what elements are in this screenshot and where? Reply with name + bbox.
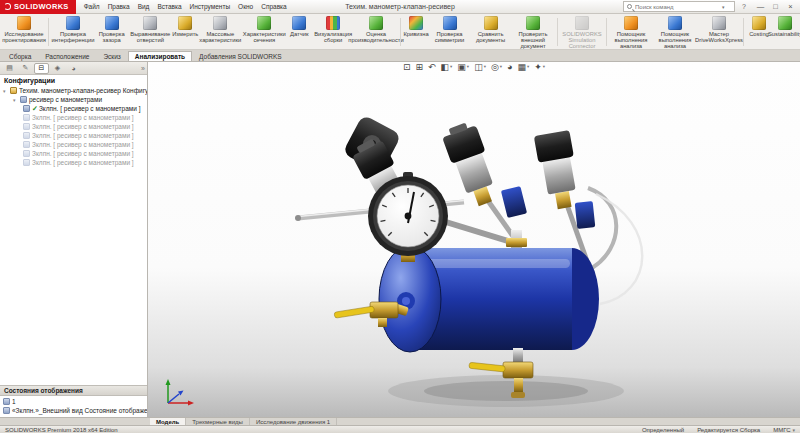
config-tree-root[interactable]: ▾ Техим. манометр-клапан-ресивер Конфигу… xyxy=(0,86,147,95)
ribbon-button-design-study[interactable]: Исследование проектирования xyxy=(2,15,46,49)
ribbon-separator xyxy=(743,18,744,46)
view-orientation-icon[interactable]: ▣▾ xyxy=(457,63,469,72)
tab-solidworks-addins[interactable]: Добавления SOLIDWORKS xyxy=(192,51,289,61)
featuremanager-tab[interactable]: ▤ xyxy=(2,63,17,74)
orientation-triad xyxy=(160,375,196,411)
menu-help[interactable]: Справка xyxy=(261,3,287,10)
tab-evaluate[interactable]: Анализировать xyxy=(128,51,192,61)
ribbon-button-interference-check[interactable]: Проверка интерференции xyxy=(51,15,95,49)
graphics-viewport[interactable]: ⊡ ⊞ ↶ ◧▾ ▣▾ ◫▾ ◎▾ ◕ ▦▾ ✦▾ xyxy=(148,62,800,417)
clearance-verification-icon xyxy=(105,16,119,30)
config-tree-item[interactable]: Зклпн. [ ресивер с манометрами ] xyxy=(0,122,147,131)
units-selector[interactable]: ММГС ▾ xyxy=(773,427,795,433)
dimxpertmanager-tab[interactable]: ◈ xyxy=(50,63,65,74)
configuration-icon xyxy=(23,141,30,148)
propertymanager-tab[interactable]: ✎ xyxy=(18,63,33,74)
ribbon-button-floxpress-wizard[interactable]: Помощник выполнения анализа FloXpress xyxy=(653,15,697,49)
ribbon-button-check-external-document[interactable]: Проверить внешний документ xyxy=(511,15,555,49)
help-button[interactable]: ? xyxy=(739,3,749,10)
solidworks-logo[interactable]: SOLIDWORKS xyxy=(0,0,76,14)
config-tree-group[interactable]: ▾ ресивер с манометрами xyxy=(0,95,147,104)
view-settings-icon[interactable]: ✦▾ xyxy=(534,63,545,72)
maximize-button[interactable]: □ xyxy=(768,0,783,13)
configuration-icon xyxy=(23,150,30,157)
interference-check-icon xyxy=(66,16,80,30)
ribbon-button-hole-alignment[interactable]: Выравнивание отверстий xyxy=(128,15,172,49)
solidworks-window: SOLIDWORKS Файл Правка Вид Вставка Инстр… xyxy=(0,0,800,433)
model-3d-view[interactable] xyxy=(148,62,800,417)
menu-edit[interactable]: Правка xyxy=(108,3,130,10)
ribbon-button-curvature[interactable]: Кривизна xyxy=(403,15,429,49)
ribbon-button-sensor[interactable]: Датчик xyxy=(286,15,312,49)
menu-view[interactable]: Вид xyxy=(138,3,150,10)
previous-view-icon[interactable]: ↶ xyxy=(428,63,436,72)
driveworksxpress-wizard-icon xyxy=(712,16,726,30)
menu-file[interactable]: Файл xyxy=(84,3,100,10)
document-tabs-bar: Модель Трехмерные виды Исследование движ… xyxy=(0,417,800,425)
section-view-icon[interactable]: ◧▾ xyxy=(441,63,453,72)
tab-assembly[interactable]: Сборка xyxy=(2,51,38,61)
config-tree-item[interactable]: Зклпн. [ ресивер с манометрами ] xyxy=(0,149,147,158)
configuration-icon xyxy=(20,96,27,103)
config-tree-item[interactable]: Зклпн. [ ресивер с манометрами ] xyxy=(0,140,147,149)
tab-motion-study-1[interactable]: Исследование движения 1 xyxy=(250,418,337,425)
panel-flyout-chevron-icon[interactable]: » xyxy=(141,65,145,72)
menu-tools[interactable]: Инструменты xyxy=(190,3,231,10)
assembly-visualization-icon xyxy=(326,16,340,30)
displaymanager-tab[interactable]: ◕ xyxy=(66,63,81,74)
ribbon-button-simulationxpress-wizard[interactable]: Помощник выполнения анализа SimulationXp… xyxy=(609,15,653,49)
ribbon-button-clearance-verification[interactable]: Проверка зазора xyxy=(95,15,128,49)
ribbon-button-symmetry-check[interactable]: Проверка симметрии xyxy=(429,15,470,49)
close-button[interactable]: × xyxy=(783,0,798,13)
menu-bar: Файл Правка Вид Вставка Инструменты Окно… xyxy=(84,3,287,10)
expand-caret-icon[interactable]: ▾ xyxy=(13,97,20,103)
tab-sketch[interactable]: Эскиз xyxy=(96,51,127,61)
menu-insert[interactable]: Вставка xyxy=(157,3,181,10)
scene-icon[interactable]: ▦▾ xyxy=(517,63,529,72)
display-state-count[interactable]: 1 xyxy=(0,397,147,406)
command-search[interactable]: ▾ xyxy=(623,1,735,12)
search-input[interactable] xyxy=(635,4,719,10)
config-tree-item[interactable]: Зклпн. [ ресивер с манометрами ] xyxy=(0,131,147,140)
status-bar: SOLIDWORKS Premium 2018 x64 Edition Опре… xyxy=(0,425,800,433)
tab-3d-views[interactable]: Трехмерные виды xyxy=(186,418,250,425)
zoom-fit-icon[interactable]: ⊡ xyxy=(403,63,411,72)
simulationxpress-wizard-icon xyxy=(624,16,638,30)
tab-model[interactable]: Модель xyxy=(150,418,186,425)
floxpress-wizard-icon xyxy=(668,16,682,30)
measure-icon xyxy=(178,16,192,30)
model-shadow xyxy=(388,375,624,407)
ribbon-button-performance-evaluation[interactable]: Оценка производительности xyxy=(354,15,398,49)
status-right: Определенный Редактируется Сборка ММГС ▾ xyxy=(642,427,795,433)
display-state-icon xyxy=(3,398,10,405)
search-caret-icon[interactable]: ▾ xyxy=(722,4,725,10)
ribbon-button-sustainability[interactable]: Sustainability xyxy=(772,15,798,49)
symmetry-check-icon xyxy=(443,16,457,30)
tab-layout[interactable]: Расположение xyxy=(38,51,96,61)
config-tree-item[interactable]: Зклпн. [ ресивер с манометрами ] xyxy=(0,158,147,167)
expand-caret-icon[interactable]: ▾ xyxy=(3,88,10,94)
ribbon-button-mass-properties[interactable]: Массовые характеристики xyxy=(198,15,242,49)
config-tree-item[interactable]: Зклпн. [ ресивер с манометрами ] xyxy=(0,113,147,122)
display-style-icon[interactable]: ◫▾ xyxy=(474,63,486,72)
menu-window[interactable]: Окно xyxy=(238,3,253,10)
display-states-header[interactable]: Состояния отображения xyxy=(0,385,147,396)
hide-show-icon[interactable]: ◎▾ xyxy=(491,63,502,72)
ribbon-button-measure[interactable]: Измерить xyxy=(172,15,198,49)
ribbon-separator xyxy=(606,18,607,46)
configurationmanager-tab[interactable]: ⊟ xyxy=(34,63,49,74)
ribbon-button-compare-documents[interactable]: Сравнить документы xyxy=(470,15,511,49)
ribbon-button-simulation-connector[interactable]: SOLIDWORKS Simulation Connector xyxy=(560,15,604,49)
display-state-item[interactable]: «Зклпн.»_Внешний вид Состояние отображен… xyxy=(0,406,147,415)
ribbon-button-section-properties[interactable]: Характеристики сечения xyxy=(242,15,286,49)
ribbon-button-driveworksxpress-wizard[interactable]: Мастер DriveWorksXpress xyxy=(697,15,741,49)
config-tree-item-active[interactable]: ✓ Зклпн. [ ресивер с манометрами ] xyxy=(0,104,147,113)
zoom-area-icon[interactable]: ⊞ xyxy=(415,63,423,72)
edit-appearance-icon[interactable]: ◕ xyxy=(507,63,512,72)
ds-swirl-icon xyxy=(4,3,11,10)
configurations-header: Конфигурации xyxy=(0,75,147,85)
minimize-button[interactable]: — xyxy=(753,0,768,13)
document-title: Техим. манометр-клапан-ресивер xyxy=(345,3,455,10)
window-controls: — □ × xyxy=(753,0,798,13)
compare-documents-icon xyxy=(484,16,498,30)
